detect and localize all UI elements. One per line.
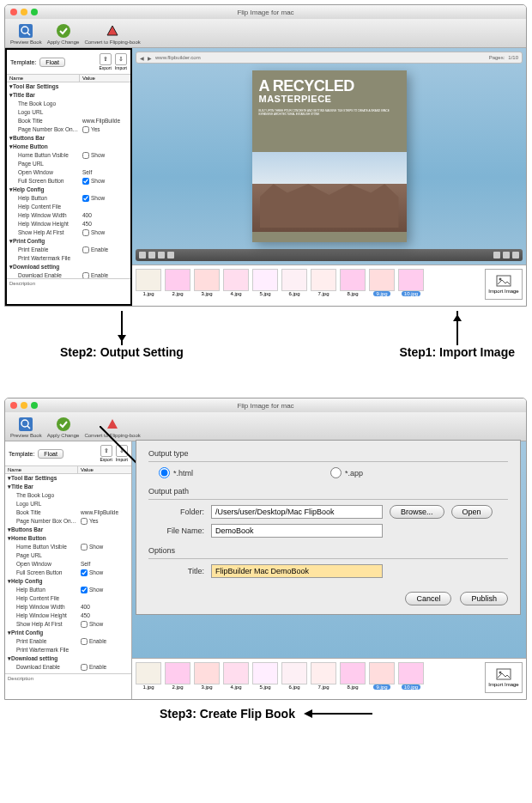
tree-group[interactable]: ▾Buttons Bar [7,134,130,143]
thumbnail[interactable]: 2.jpg [165,269,190,296]
tree-row[interactable]: Page Number Box On…Yes [7,125,130,134]
tree-group[interactable]: ▾Title Bar [7,91,130,100]
thumbnail[interactable]: 5.jpg [252,662,278,690]
tree-group[interactable]: ▾Title Bar [5,483,131,491]
tree-row[interactable]: Download EnableEnable [7,271,130,278]
template-dropdown[interactable]: Float [39,58,65,67]
forward-icon[interactable]: ▶ [148,55,152,61]
folder-field[interactable] [211,505,383,519]
tree-row[interactable]: Help Window Width400 [7,211,130,220]
tree-row[interactable]: Home Button VisibleShow [5,543,131,551]
thumbnail[interactable]: 1.jpg [136,269,161,296]
tree-group[interactable]: ▾Help Config [7,186,130,194]
thumbnail[interactable]: 10.jpg [398,269,424,296]
preview-button[interactable]: Preview Book [10,22,42,45]
prev-icon[interactable] [148,252,155,259]
tree-row[interactable]: Help ButtonShow [7,194,130,203]
thumbnail[interactable]: 7.jpg [311,269,336,296]
radio-html[interactable]: *.html [159,467,193,478]
tree-group[interactable]: ▾Download setting [5,654,131,663]
tree-row[interactable]: The Book Logo [5,491,131,500]
tree-group[interactable]: ▾Buttons Bar [5,526,131,534]
thumbnail[interactable]: 3.jpg [194,269,220,296]
preview-button[interactable]: Preview Book [10,416,42,438]
tree-row[interactable]: The Book Logo [7,100,130,108]
import-icon[interactable]: ⇩ [116,445,128,457]
open-button[interactable]: Open [451,505,493,519]
tree-row[interactable]: Page Number Box On…Yes [5,517,131,526]
convert-button[interactable]: Convert to Flipping-book [84,22,140,45]
thumbnail[interactable]: 1.jpg [136,662,161,690]
tree-group[interactable]: ▾Tool Bar Settings [7,82,130,91]
first-icon[interactable] [139,252,146,259]
thumbnail[interactable]: 8.jpg [340,662,366,690]
publish-button[interactable]: Publish [460,592,508,605]
tree-row[interactable]: Logo URL [7,108,130,117]
tree-row[interactable]: Home Button VisibleShow [7,151,130,160]
tree-row[interactable]: Show Help At FirstShow [5,620,131,629]
browse-button[interactable]: Browse... [390,505,444,519]
tree-row[interactable]: Book Titlewww.FlipBuilde [5,508,131,517]
tree-group[interactable]: ▾Download setting [7,263,130,271]
thumbnail[interactable]: 4.jpg [223,269,249,296]
tree-row[interactable]: Page URL [5,551,131,560]
thumbnail[interactable]: 7.jpg [311,662,336,690]
tree-group[interactable]: ▾Help Config [5,577,131,586]
thumbnail[interactable]: 6.jpg [281,662,307,690]
tree-group[interactable]: ▾Print Config [7,237,130,246]
template-dropdown[interactable]: Float [38,449,63,459]
zoom-icon[interactable] [503,252,510,259]
tree-row[interactable]: Open WindowSelf [5,560,131,569]
thumbnail[interactable]: 9.jpg [369,662,395,690]
tree-row[interactable]: Page URL [7,160,130,168]
import-icon[interactable]: ⇩ [115,53,127,65]
title-field[interactable] [211,564,383,578]
thumbnail[interactable]: 6.jpg [281,269,307,296]
thumbnail[interactable]: 9.jpg [369,269,395,296]
tree-row[interactable]: Download EnableEnable [5,663,131,672]
thumbnail[interactable]: 8.jpg [340,269,366,296]
thumbnail[interactable]: 5.jpg [252,269,278,296]
settings-tree[interactable]: ▾Tool Bar Settings▾Title BarThe Book Log… [7,82,130,278]
tree-row[interactable]: Help Window Height450 [5,611,131,620]
tree-row[interactable]: Logo URL [5,500,131,508]
cancel-button[interactable]: Cancel [405,592,451,605]
export-icon[interactable]: ⇪ [100,445,112,457]
settings-tree[interactable]: ▾Tool Bar Settings▾Title BarThe Book Log… [5,474,131,673]
tree-row[interactable]: Open WindowSelf [7,168,130,177]
tree-row[interactable]: Full Screen ButtonShow [5,569,131,577]
back-icon[interactable]: ◀ [140,55,144,61]
tree-row[interactable]: Print EnableEnable [7,246,130,254]
tree-row[interactable]: Print EnableEnable [5,637,131,646]
tree-row[interactable]: Book Titlewww.FlipBuilde [7,117,130,125]
tree-row[interactable]: Print Wartermark File [7,254,130,263]
tree-row[interactable]: Print Wartermark File [5,646,131,654]
import-image-button[interactable]: Import Image [485,269,523,300]
import-image-button[interactable]: Import Image [485,662,523,693]
apply-button[interactable]: Apply Change [47,416,80,438]
filename-field[interactable] [211,524,383,538]
tree-row[interactable]: Help Content File [5,594,131,603]
play-icon[interactable] [158,252,165,259]
tree-row[interactable]: Help Window Width400 [5,603,131,611]
book-preview[interactable]: A RECYCLED MASTERPIECE BUILT UPON THREE … [132,65,526,247]
tree-row[interactable]: Help Content File [7,203,130,211]
tree-group[interactable]: ▾Tool Bar Settings [5,474,131,483]
next-icon[interactable] [167,252,174,259]
thumbnail[interactable]: 4.jpg [223,662,249,690]
tree-group[interactable]: ▾Home Button [7,143,130,151]
tree-row[interactable]: Help Window Height450 [7,220,130,228]
radio-app[interactable]: *.app [330,467,363,478]
tree-row[interactable]: Show Help At FirstShow [7,228,130,237]
sound-icon[interactable] [493,252,500,259]
tree-group[interactable]: ▾Print Config [5,629,131,637]
tree-group[interactable]: ▾Home Button [5,534,131,543]
tree-row[interactable]: Help ButtonShow [5,586,131,594]
tree-row[interactable]: Full Screen ButtonShow [7,177,130,186]
apply-button[interactable]: Apply Change [47,22,80,45]
thumbnail[interactable]: 10.jpg [398,662,424,690]
thumbnail[interactable]: 2.jpg [165,662,190,690]
fullscreen-icon[interactable] [512,252,519,259]
convert-button[interactable]: Convert to Flipping-book [84,416,140,438]
export-icon[interactable]: ⇪ [100,53,112,65]
